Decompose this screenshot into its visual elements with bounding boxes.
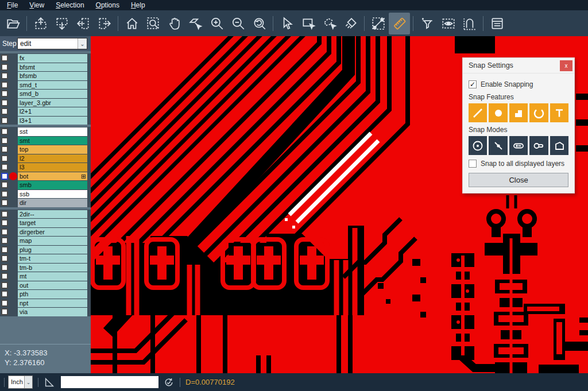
layer-name[interactable]: bfsmt <box>18 63 87 72</box>
layer-name[interactable]: pth <box>18 290 87 299</box>
move-polygon-icon[interactable] <box>185 13 206 34</box>
unit-combobox[interactable]: Inch ⌄ <box>8 375 33 389</box>
layer-row-tm-t[interactable]: tm-t <box>0 254 91 263</box>
layer-row-via[interactable]: via <box>0 308 91 316</box>
layer-visibility-checkbox[interactable] <box>1 211 8 218</box>
dialog-titlebar[interactable]: Snap Settings x <box>463 58 574 73</box>
layer-visibility-checkbox[interactable] <box>1 82 8 88</box>
layer-row-pth[interactable]: pth <box>0 290 91 299</box>
enable-snapping-checkbox[interactable]: ✓ <box>469 80 477 88</box>
layer-row-npt[interactable]: npt <box>0 299 91 308</box>
layer-row-bot[interactable]: bot⊞ <box>0 172 91 181</box>
layer-row-2dir--[interactable]: 2dir-- <box>0 210 91 219</box>
layer-row-smb[interactable]: smb <box>0 181 91 189</box>
layer-row-sst[interactable]: sst <box>0 127 91 136</box>
command-input[interactable] <box>61 376 158 388</box>
snap-arc-button[interactable] <box>529 103 548 122</box>
zoom-in-icon[interactable] <box>206 13 227 34</box>
chevron-down-icon[interactable]: ⌄ <box>24 376 32 388</box>
layer-row-l2[interactable]: l2 <box>0 154 91 163</box>
layer-visibility-checkbox[interactable] <box>1 117 8 124</box>
send-down-icon[interactable] <box>51 13 72 34</box>
layer-name[interactable]: via <box>18 308 87 316</box>
snap-center-button[interactable] <box>469 136 487 155</box>
layer-name[interactable]: out <box>18 281 87 290</box>
layer-visibility-checkbox[interactable] <box>1 229 8 235</box>
layer-visibility-checkbox[interactable] <box>1 181 8 188</box>
snap-all-checkbox[interactable] <box>469 160 477 168</box>
snap-on-line-button[interactable] <box>489 136 507 155</box>
layer-row-l3[interactable]: l3 <box>0 163 91 172</box>
menu-help[interactable]: Help <box>125 1 151 9</box>
snap-line-button[interactable] <box>469 103 487 122</box>
layer-row-target[interactable]: target <box>0 219 91 227</box>
layer-visibility-checkbox[interactable] <box>1 219 8 226</box>
angle-triangle-icon[interactable] <box>43 376 56 389</box>
dialog-close-icon[interactable]: x <box>560 60 572 71</box>
layer-name[interactable]: map <box>18 237 87 245</box>
snap-all-row[interactable]: Snap to all displayed layers <box>469 160 568 168</box>
layer-visibility-checkbox[interactable] <box>1 164 8 171</box>
log-panel-icon[interactable] <box>486 13 508 34</box>
clean-brush-icon[interactable] <box>340 13 361 34</box>
layer-row-bfsmt[interactable]: bfsmt <box>0 63 91 72</box>
select-polygon-icon[interactable] <box>319 13 340 34</box>
layer-visibility-checkbox[interactable] <box>1 64 8 71</box>
layer-name[interactable]: bot⊞ <box>18 172 87 181</box>
layer-visibility-checkbox[interactable] <box>1 255 8 262</box>
layer-row-smt[interactable]: smt <box>0 137 91 145</box>
layer-name[interactable]: smt <box>18 137 87 145</box>
view-options-icon[interactable] <box>438 13 459 34</box>
layer-name[interactable]: smb <box>18 181 87 189</box>
layer-name[interactable]: sst <box>18 127 87 136</box>
layer-row-map[interactable]: map <box>0 237 91 245</box>
layer-name[interactable]: bfsmb <box>18 72 87 80</box>
zoom-out-icon[interactable] <box>227 13 249 34</box>
close-button[interactable]: Close <box>469 173 568 187</box>
step-combobox[interactable]: edit ⌄ <box>17 38 87 49</box>
layer-visibility-checkbox[interactable] <box>1 146 8 153</box>
layer-name[interactable]: mt <box>18 272 87 281</box>
layer-visibility-checkbox[interactable] <box>1 191 8 198</box>
layer-visibility-checkbox[interactable] <box>1 308 8 315</box>
layer-name[interactable]: l3+1 <box>18 117 87 125</box>
send-up-icon[interactable] <box>30 13 51 34</box>
layer-name[interactable]: tm-t <box>18 254 87 263</box>
layer-visibility-checkbox[interactable] <box>1 300 8 307</box>
layer-name[interactable]: dir <box>18 199 87 207</box>
snap-slot-edge-button[interactable] <box>529 136 548 155</box>
menu-file[interactable]: File <box>1 1 24 9</box>
layer-row-fx[interactable]: fx <box>0 54 91 63</box>
layer-row-l3+1[interactable]: l3+1 <box>0 117 91 125</box>
layer-visibility-checkbox[interactable] <box>1 90 8 97</box>
layer-name[interactable]: tm-b <box>18 264 87 272</box>
layer-name[interactable]: layer_3.gbr <box>18 99 87 107</box>
layer-row-tm-b[interactable]: tm-b <box>0 264 91 272</box>
layer-name[interactable]: smd_b <box>18 90 87 98</box>
layer-visibility-checkbox[interactable] <box>1 199 8 206</box>
layer-visibility-checkbox[interactable] <box>1 264 8 271</box>
measure-arc-icon[interactable] <box>459 13 480 34</box>
zoom-previous-icon[interactable] <box>249 13 270 34</box>
layer-visibility-checkbox[interactable] <box>1 55 8 61</box>
layer-visibility-checkbox[interactable] <box>1 246 8 253</box>
snap-slot-center-button[interactable] <box>509 136 528 155</box>
layer-row-top[interactable]: top <box>0 145 91 154</box>
layer-name[interactable]: top <box>18 145 87 154</box>
pcb-canvas[interactable]: Snap Settings x ✓ Enable Snapping Snap F… <box>91 36 588 373</box>
zoom-window-icon[interactable] <box>142 13 164 34</box>
layer-row-bfsmb[interactable]: bfsmb <box>0 72 91 80</box>
menu-options[interactable]: Options <box>90 1 125 9</box>
layer-name[interactable]: ssb <box>18 190 87 199</box>
layer-row-l2+1[interactable]: l2+1 <box>0 107 91 116</box>
layer-name[interactable]: l3 <box>18 163 87 172</box>
layer-row-smd_b[interactable]: smd_b <box>0 90 91 98</box>
layer-row-ssb[interactable]: ssb <box>0 190 91 199</box>
home-icon[interactable] <box>121 13 142 34</box>
layer-visibility-checkbox[interactable] <box>1 155 8 162</box>
layer-visibility-checkbox[interactable] <box>1 137 8 144</box>
filter-icon[interactable] <box>416 13 438 34</box>
sync-icon[interactable] <box>163 377 175 388</box>
chevron-down-icon[interactable]: ⌄ <box>78 38 87 49</box>
layer-name[interactable]: smd_t <box>18 81 87 90</box>
